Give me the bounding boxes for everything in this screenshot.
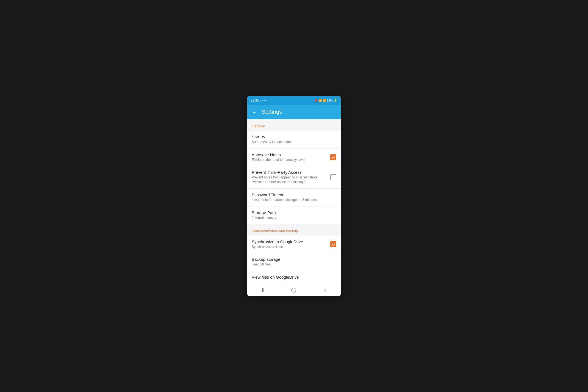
home-icon — [291, 288, 296, 293]
wifi-icon: 📶 — [318, 99, 322, 102]
recents-icon — [261, 288, 264, 292]
svg-point-0 — [292, 288, 296, 292]
password-timeout-subtitle: Idle time before automatic logout - 5 mi… — [252, 198, 334, 202]
storage-path-text: Storage Path /Internal memory — [252, 210, 336, 220]
sort-by-text: Sort By Sort notes by Creation time — [252, 135, 336, 144]
status-notification-icons: ▪ ▪ ▪ • — [260, 99, 266, 102]
battery-text: 93% — [327, 99, 333, 102]
prevent-third-party-item[interactable]: Prevent Third-Party Access Prevent notes… — [247, 166, 341, 189]
back-nav-icon — [323, 288, 327, 292]
password-timeout-item[interactable]: Password Timeout Idle time before automa… — [247, 189, 341, 206]
storage-path-item[interactable]: Storage Path /Internal memory — [247, 206, 341, 224]
password-timeout-text: Password Timeout Idle time before automa… — [252, 192, 336, 202]
sync-googledrive-checkbox[interactable] — [330, 241, 336, 247]
backup-storage-subtitle: Keep 10 files — [252, 262, 334, 267]
home-button[interactable] — [286, 285, 302, 295]
battery-icon: 🔋 — [334, 99, 337, 102]
prevent-third-party-checkbox[interactable] — [330, 174, 336, 180]
password-timeout-title: Password Timeout — [252, 192, 334, 197]
prevent-third-party-subtitle: Prevent notes from appearing in screensh… — [252, 175, 328, 184]
sync-googledrive-text: Synchronize to GoogleDrive Synchronizati… — [252, 239, 330, 249]
autosave-notes-text: Autosave Notes Eliminate the need to man… — [252, 152, 330, 162]
view-files-item[interactable]: View files on GoogleDrive — [247, 271, 341, 284]
status-bar: 23:35 ▪ ▪ ▪ • 🔇 📶 📶 93% 🔋 — [247, 96, 341, 105]
recents-button[interactable] — [255, 286, 270, 294]
page-title: Settings — [262, 109, 282, 115]
general-items-group: Sort By Sort notes by Creation time Auto… — [247, 131, 341, 224]
autosave-notes-title: Autosave Notes — [252, 152, 328, 157]
view-files-text: View files on GoogleDrive — [252, 275, 336, 280]
mute-icon: 🔇 — [314, 99, 318, 102]
backup-storage-item[interactable]: Backup storage Keep 10 files — [247, 253, 341, 271]
autosave-notes-subtitle: Eliminate the need to manually save — [252, 158, 328, 162]
storage-path-subtitle: /Internal memory — [252, 215, 334, 220]
sort-by-item[interactable]: Sort By Sort notes by Creation time — [247, 131, 341, 149]
sync-items-group: Synchronize to GoogleDrive Synchronizati… — [247, 236, 341, 284]
sync-googledrive-title: Synchronize to GoogleDrive — [252, 239, 328, 244]
back-button[interactable]: ← — [252, 109, 257, 115]
prevent-third-party-text: Prevent Third-Party Access Prevent notes… — [252, 170, 330, 184]
prevent-third-party-title: Prevent Third-Party Access — [252, 170, 328, 175]
section-header-sync: Synchronization and backup — [247, 224, 341, 236]
section-title-general: General — [252, 124, 265, 128]
section-title-sync: Synchronization and backup — [252, 229, 298, 233]
nav-bar — [247, 284, 341, 296]
status-time-text: 23:35 — [251, 99, 259, 102]
backup-storage-text: Backup storage Keep 10 files — [252, 257, 336, 267]
section-header-general: General — [247, 119, 341, 131]
phone-frame: 23:35 ▪ ▪ ▪ • 🔇 📶 📶 93% 🔋 ← Settings Gen… — [247, 96, 341, 296]
sync-googledrive-item[interactable]: Synchronize to GoogleDrive Synchronizati… — [247, 236, 341, 253]
signal-icon: 📶 — [323, 99, 326, 102]
autosave-notes-checkbox[interactable] — [330, 154, 336, 160]
sort-by-title: Sort By — [252, 135, 334, 139]
app-header: ← Settings — [247, 105, 341, 119]
backup-storage-title: Backup storage — [252, 257, 334, 262]
status-right-icons: 🔇 📶 📶 93% 🔋 — [314, 99, 337, 102]
storage-path-title: Storage Path — [252, 210, 334, 215]
back-nav-button[interactable] — [318, 286, 333, 294]
settings-content: General Sort By Sort notes by Creation t… — [247, 119, 341, 284]
sync-googledrive-subtitle: Synchronization is on — [252, 245, 328, 249]
status-time: 23:35 ▪ ▪ ▪ • — [251, 99, 266, 102]
view-files-title: View files on GoogleDrive — [252, 275, 334, 279]
autosave-notes-item[interactable]: Autosave Notes Eliminate the need to man… — [247, 149, 341, 166]
sort-by-subtitle: Sort notes by Creation time — [252, 140, 334, 144]
